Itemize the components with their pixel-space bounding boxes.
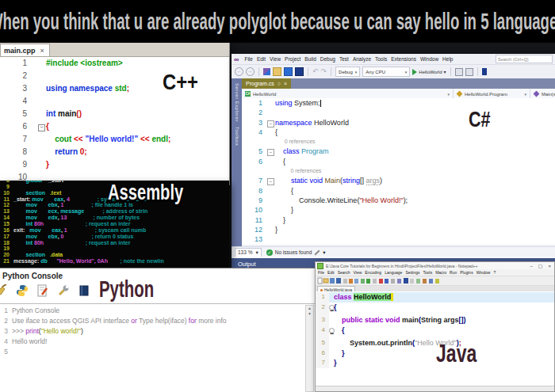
toolbar-separator <box>308 67 308 76</box>
toolbar-separator <box>477 67 478 76</box>
new-project-icon[interactable] <box>263 68 270 75</box>
bookmark-icon[interactable] <box>482 68 487 75</box>
scrollbar[interactable]: ▲ ▼ <box>305 305 314 392</box>
menu-item[interactable]: Encoding <box>365 270 381 275</box>
code-line: 4Hello world! <box>0 337 315 347</box>
menu-item[interactable]: View <box>354 270 362 275</box>
vs-tab-strip: Program.cs ○ × <box>232 78 555 89</box>
visual-studio-window: ∞ FileEditViewProjectBuildDebugTestAnaly… <box>232 54 555 269</box>
fold-icon[interactable]: − <box>267 120 274 127</box>
show-editor-icon[interactable] <box>36 284 49 297</box>
menu-item[interactable]: Window <box>420 56 438 62</box>
help-book-icon[interactable] <box>78 284 90 297</box>
run-button[interactable]: HelloWorld ▾ <box>412 69 446 75</box>
save-icon[interactable] <box>284 67 293 76</box>
clear-console-icon[interactable] <box>0 284 8 297</box>
menu-item[interactable]: File <box>244 56 252 62</box>
python-console-toolbar <box>0 283 90 299</box>
codelens-row: 0 references <box>242 166 555 176</box>
meme-caption: When you think that u are already polygl… <box>0 8 555 35</box>
fold-icon[interactable]: − <box>267 178 274 185</box>
solution-config-dropdown[interactable]: Debug ▾ <box>335 67 360 77</box>
java-overlay-label: Java <box>436 339 492 368</box>
tab-program-cs[interactable]: Program.cs ○ × <box>242 78 291 89</box>
menu-item[interactable]: Debug <box>320 56 335 62</box>
python-logo-icon[interactable] <box>16 284 29 297</box>
menu-item[interactable]: File <box>318 270 324 275</box>
menu-item[interactable]: Language <box>385 270 402 275</box>
tab-main-cpp[interactable]: main.cpp × <box>0 44 50 56</box>
code-line: 7 cout << "Hello world!" << endl; <box>0 133 229 146</box>
undo-icon[interactable]: ↶ <box>312 68 319 75</box>
chevron-down-icon[interactable]: ▾ <box>323 249 325 256</box>
search-input[interactable]: Search (Ctrl+Q) <box>496 55 553 63</box>
navigate-back-icon[interactable]: ← <box>235 67 243 76</box>
code-line: 6 } <box>316 348 554 359</box>
menu-item[interactable]: Macro <box>435 270 446 275</box>
code-line: 6−{ <box>0 120 229 133</box>
options-wrench-icon[interactable] <box>57 284 70 297</box>
debug-tool-icon[interactable] <box>465 68 473 76</box>
menu-item[interactable]: ? <box>493 270 496 275</box>
close-icon[interactable]: × <box>546 263 553 269</box>
vs-side-tab-strip: Server Explorer Toolbox <box>232 78 242 261</box>
code-line: 1#include <iostream> <box>0 57 229 70</box>
python-console-output[interactable]: 1Python Console2Use iface to access QGIS… <box>0 303 315 392</box>
code-line: 21message: db "Hello, World", 0Ah ; note… <box>0 258 229 265</box>
menu-item[interactable]: Edit <box>327 270 335 275</box>
maximize-icon[interactable]: ▢ <box>537 263 545 269</box>
menu-item[interactable]: Test <box>339 56 349 62</box>
issues-indicator[interactable]: ✓ No issues found <box>266 249 312 256</box>
platform-dropdown[interactable]: Any CPU ▾ <box>362 67 410 77</box>
menu-item[interactable]: Plugins <box>460 270 473 275</box>
menu-item[interactable]: Extensions <box>391 56 416 62</box>
close-icon[interactable]: × <box>40 47 44 55</box>
menu-item[interactable]: View <box>270 56 281 62</box>
menu-item[interactable]: Build <box>304 56 316 62</box>
menu-item[interactable]: Edit <box>257 56 266 62</box>
notepadpp-window: E:\Java Core Tutorials for Beginners in … <box>315 261 555 392</box>
redo-icon[interactable]: ↷ <box>321 68 327 75</box>
fold-icon[interactable]: − <box>38 124 45 131</box>
menu-item[interactable]: Search <box>338 270 350 275</box>
menu-item[interactable]: Analyze <box>353 56 371 62</box>
window-title: E:\Java Core Tutorials for Beginners in … <box>326 264 526 268</box>
code-line: 12} <box>242 225 555 234</box>
java-code-editor[interactable]: 1class HelloWorld 2−{3 public static voi… <box>316 291 554 387</box>
build-icon[interactable] <box>455 68 463 76</box>
zoom-level-dropdown[interactable]: 133 % ▾ <box>235 248 262 257</box>
menu-item[interactable]: Project <box>285 56 300 62</box>
sidebar-tab-server-explorer[interactable]: Server Explorer <box>235 78 239 122</box>
save-all-icon[interactable] <box>295 67 304 76</box>
code-line: 3 public static void main(String args[]) <box>316 315 554 325</box>
class-icon <box>457 91 463 97</box>
sidebar-tab-toolbox[interactable]: Toolbox <box>235 122 239 146</box>
code-line: 8 return 0; <box>0 146 229 158</box>
menu-item[interactable]: Help <box>442 56 453 62</box>
fold-icon[interactable]: − <box>267 149 274 156</box>
code-line: 15 int 80h ; request an inter <box>0 221 229 227</box>
pencil-icon[interactable] <box>315 249 320 255</box>
code-line: 14 mov edx, 13 ; number of bytes <box>0 215 229 221</box>
minimize-icon[interactable]: – <box>528 263 534 269</box>
menu-item[interactable]: Tools <box>423 270 432 275</box>
scroll-up-icon[interactable]: ▲ <box>306 306 313 311</box>
code-line: 13 mov ecx, message ; address of strin <box>0 208 229 215</box>
navigate-forward-icon[interactable]: → <box>246 67 255 76</box>
window-title-bar[interactable]: E:\Java Core Tutorials for Beginners in … <box>316 262 554 269</box>
menu-item[interactable]: Tools <box>375 56 387 62</box>
notepadpp-toolbar[interactable] <box>316 276 554 286</box>
menu-item[interactable]: Run <box>450 270 457 275</box>
csharp-project-icon: C# <box>245 91 251 97</box>
close-icon[interactable]: × <box>284 81 287 86</box>
scroll-down-icon[interactable]: ▼ <box>306 311 313 317</box>
code-line: 2 <box>242 108 555 117</box>
menu-item[interactable]: Window <box>477 270 491 275</box>
menu-item[interactable]: Settings <box>405 270 419 275</box>
assembly-overlay-label: Assembly <box>108 180 212 205</box>
cs-code-editor[interactable]: 1using System;23−namespace HelloWorld4{ … <box>242 98 555 245</box>
pin-icon[interactable]: ○ <box>278 81 281 86</box>
open-file-icon[interactable] <box>273 67 281 76</box>
python-console-title: Python Console <box>2 272 63 280</box>
cs-overlay-label: C# <box>469 108 496 132</box>
